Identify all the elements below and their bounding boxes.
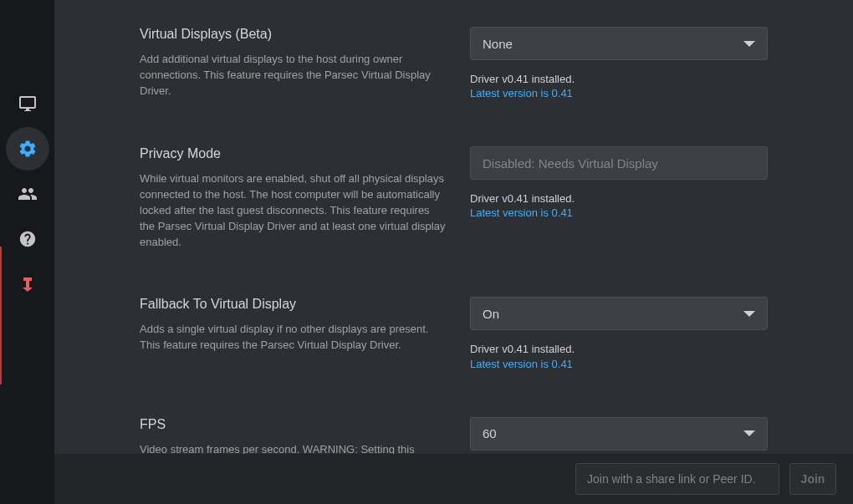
dropdown-value: On [483, 307, 499, 321]
setting-title: Privacy Mode [140, 146, 447, 161]
driver-version-link[interactable]: Latest version is 0.41 [470, 87, 768, 99]
sidebar-item-settings[interactable] [6, 127, 49, 171]
peer-id-input[interactable] [575, 463, 779, 495]
computer-icon [18, 94, 38, 114]
chevron-down-icon [743, 311, 755, 317]
arcade-icon [18, 274, 38, 294]
chevron-down-icon [743, 41, 755, 47]
setting-title: Fallback To Virtual Display [140, 297, 447, 312]
driver-version-link[interactable]: Latest version is 0.41 [470, 358, 768, 370]
virtual-displays-dropdown[interactable]: None [470, 27, 768, 60]
setting-title: FPS [140, 417, 447, 432]
sidebar-item-computer[interactable] [18, 94, 38, 114]
friends-icon [18, 183, 38, 205]
driver-version-link[interactable]: Latest version is 0.41 [470, 206, 768, 219]
driver-status: Driver v0.41 installed. [470, 342, 768, 357]
driver-status: Driver v0.41 installed. [470, 72, 768, 87]
settings-panel: Virtual Displays (Beta) Add additional v… [54, 0, 853, 454]
sidebar [0, 0, 54, 504]
setting-description: Video stream frames per second. WARNING:… [140, 442, 447, 454]
bottom-bar: Join [54, 454, 853, 504]
sidebar-item-arcade[interactable] [18, 274, 38, 294]
setting-description: While virtual monitors are enabled, shut… [140, 171, 447, 250]
dropdown-value: Disabled: Needs Virtual Display [483, 156, 658, 171]
dropdown-value: 60 [483, 426, 497, 440]
chevron-down-icon [743, 430, 755, 436]
driver-status: Driver v0.41 installed. [470, 191, 768, 206]
help-icon [18, 230, 37, 248]
setting-title: Virtual Displays (Beta) [140, 27, 447, 42]
setting-description: Add additional virtual displays to the h… [140, 52, 447, 99]
gear-icon [18, 139, 38, 159]
fps-dropdown[interactable]: 60 [470, 417, 768, 451]
setting-description: Adds a single virtual display if no othe… [140, 322, 447, 354]
sidebar-item-help[interactable] [18, 229, 38, 249]
setting-row-fallback: Fallback To Virtual Display Adds a singl… [140, 297, 810, 369]
fallback-dropdown[interactable]: On [470, 297, 768, 330]
privacy-mode-dropdown: Disabled: Needs Virtual Display [470, 146, 768, 180]
setting-row-privacy-mode: Privacy Mode While virtual monitors are … [140, 146, 810, 250]
accent-bar [0, 247, 2, 384]
setting-row-fps: FPS Video stream frames per second. WARN… [140, 417, 810, 454]
sidebar-item-friends[interactable] [18, 184, 38, 204]
join-button[interactable]: Join [789, 463, 836, 495]
setting-row-virtual-displays: Virtual Displays (Beta) Add additional v… [140, 27, 810, 99]
dropdown-value: None [483, 37, 513, 51]
